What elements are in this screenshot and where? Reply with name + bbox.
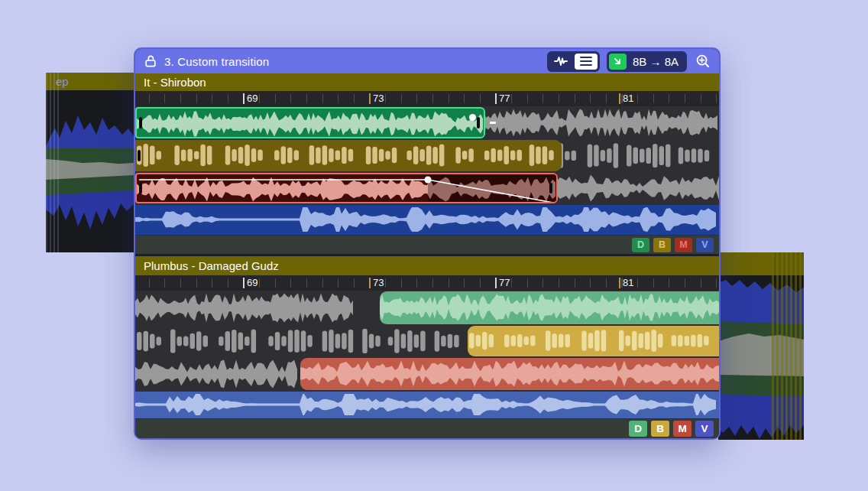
- stem-region-drums[interactable]: [380, 291, 719, 324]
- stem-badge-B[interactable]: B: [651, 421, 669, 437]
- ruler-tick: [669, 278, 669, 288]
- timeline-ruler[interactable]: 69737781: [135, 275, 719, 291]
- stem-row-melody[interactable]: [135, 172, 719, 204]
- ruler-tick: [306, 278, 307, 288]
- stem-region-drums[interactable]: [135, 107, 485, 138]
- background-overview-left: ep: [46, 73, 134, 252]
- background-overview-right: [718, 252, 804, 440]
- ruler-tick: [401, 94, 402, 103]
- ruler-beat-mark: [619, 278, 620, 288]
- stem-region-melody[interactable]: [300, 358, 719, 390]
- list-view-button[interactable]: [575, 54, 598, 70]
- dialog-titlebar: 3. Custom transition 8B → 8A: [135, 49, 719, 73]
- ruler-tick: [196, 278, 197, 288]
- stem-badge-D[interactable]: D: [632, 238, 649, 252]
- stem-row-drums[interactable]: [135, 291, 719, 325]
- stem-badge-B[interactable]: B: [653, 238, 671, 252]
- ruler-tick: [259, 278, 260, 288]
- waveform: [300, 360, 719, 387]
- ruler-tick: [685, 94, 685, 103]
- ruler-tick: [575, 278, 575, 288]
- stem-row-vocals[interactable]: [135, 204, 719, 236]
- stem-badge-V[interactable]: V: [696, 238, 714, 252]
- ruler-tick: [606, 94, 607, 103]
- stem-badge-strip: DBMV: [135, 236, 719, 254]
- ruler-tick: [590, 278, 591, 288]
- ruler-tick: [637, 94, 638, 103]
- zoom-in-button[interactable]: [694, 52, 712, 70]
- timeline-ruler[interactable]: 69737781: [135, 91, 719, 106]
- stem-row-vocals[interactable]: [135, 391, 719, 419]
- volume-automation[interactable]: [137, 174, 556, 203]
- unlock-icon: [144, 54, 157, 68]
- stem-region-bass[interactable]: [468, 326, 719, 356]
- stem-row-melody[interactable]: [135, 357, 719, 391]
- ruler-tick: [480, 278, 481, 288]
- ruler-label: 77: [499, 277, 510, 288]
- ruler-tick: [637, 278, 638, 288]
- ruler-tick: [354, 94, 355, 103]
- stem-badge-V[interactable]: V: [695, 421, 714, 437]
- track-title: Plumbus - Damaged Gudz: [144, 259, 279, 272]
- ruler-tick: [527, 278, 528, 288]
- trim-handle-left[interactable]: [138, 150, 141, 162]
- automation-dot[interactable]: [469, 114, 476, 121]
- trim-handle-left[interactable]: [139, 183, 142, 193]
- ruler-tick: [606, 278, 607, 288]
- track-header: Plumbus - Damaged Gudz: [135, 256, 719, 275]
- trim-handle-right[interactable]: [549, 183, 552, 193]
- waveform-view-button[interactable]: [549, 54, 572, 70]
- ruler-beat-mark: [243, 278, 245, 288]
- ruler-beat-mark: [369, 278, 371, 288]
- view-toggle-group: [547, 51, 600, 72]
- ruler-tick: [701, 278, 701, 288]
- ruler-tick: [590, 94, 591, 103]
- ruler-tick: [559, 94, 559, 103]
- stem-region-vocals[interactable]: [135, 205, 719, 235]
- key-transition-group[interactable]: 8B → 8A: [607, 51, 687, 72]
- arrow-down-right-icon: [612, 56, 623, 67]
- stem-row-drums[interactable]: [135, 106, 719, 139]
- ruler-tick: [464, 94, 465, 103]
- ruler-tick: [432, 278, 433, 288]
- ruler-tick: [322, 278, 323, 288]
- waveform: [135, 359, 299, 389]
- ruler-tick: [212, 278, 212, 288]
- stem-region-bass[interactable]: [135, 140, 562, 171]
- waveform: [135, 293, 353, 323]
- stem-badge-D[interactable]: D: [629, 421, 647, 437]
- ruler-beat-mark: [369, 93, 371, 104]
- ruler-beat-mark: [243, 93, 245, 104]
- stem-rows: [135, 291, 719, 419]
- ruler-tick: [290, 278, 291, 288]
- ruler-tick: [354, 278, 355, 288]
- waveform: [468, 328, 719, 353]
- ruler-tick: [228, 94, 228, 103]
- ruler-tick: [511, 278, 512, 288]
- automation-dot: [425, 177, 432, 184]
- ruler-tick: [653, 278, 654, 288]
- trim-handle-left[interactable]: [139, 117, 142, 128]
- ruler-tick: [385, 278, 386, 288]
- ruler-tick: [149, 94, 150, 103]
- ruler-tick: [416, 94, 417, 103]
- stem-row-bass[interactable]: [135, 139, 719, 172]
- waveform: [135, 327, 466, 355]
- waveform-icon: [554, 55, 568, 67]
- stem-region-melody[interactable]: [135, 173, 558, 203]
- ruler-label: 81: [623, 93, 633, 104]
- stem-row-bass[interactable]: [135, 325, 719, 357]
- ruler-tick: [385, 94, 386, 103]
- stem-region-vocals[interactable]: [135, 392, 719, 418]
- ruler-tick: [685, 278, 685, 288]
- ruler-tick: [228, 278, 228, 288]
- stem-badge-M[interactable]: M: [675, 238, 692, 252]
- ruler-tick: [180, 278, 181, 288]
- ruler-label: 81: [623, 277, 633, 288]
- stem-badge-M[interactable]: M: [673, 421, 691, 437]
- waveform: [135, 207, 719, 232]
- trim-handle-right[interactable]: [477, 117, 480, 128]
- ruler-tick: [259, 94, 260, 103]
- ruler-tick: [275, 278, 276, 288]
- key-transition-button[interactable]: [609, 54, 627, 70]
